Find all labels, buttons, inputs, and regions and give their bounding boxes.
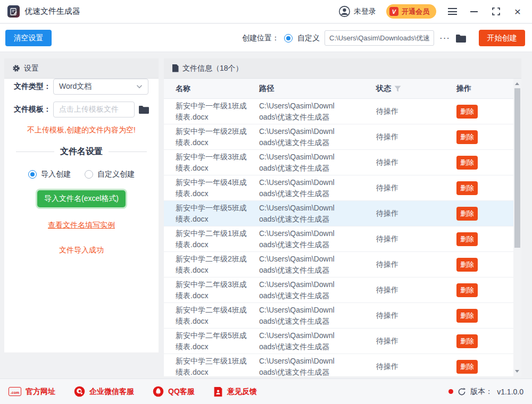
qq-service-link[interactable]: QQ客服: [153, 386, 195, 397]
file-type-value: Word文档: [59, 82, 92, 91]
maximize-button[interactable]: [490, 5, 502, 18]
feedback-link[interactable]: 意见反馈: [213, 386, 257, 397]
start-create-button[interactable]: 开始创建: [479, 30, 525, 46]
filename-example-link[interactable]: 查看文件名填写实例: [4, 221, 159, 230]
template-upload-input[interactable]: 点击上传模板文件: [53, 102, 135, 117]
delete-button[interactable]: 删除: [456, 232, 478, 246]
table-row[interactable]: 新安中学二年级1班成绩表.docx C:\Users\Qasim\Downloa…: [164, 226, 521, 252]
qq-service-label: QQ客服: [168, 387, 195, 397]
account-area[interactable]: 未登录: [339, 6, 376, 17]
delete-button[interactable]: 删除: [456, 130, 478, 144]
table-row[interactable]: 新安中学一年级5班成绩表.docx C:\Users\Qasim\Downloa…: [164, 201, 521, 226]
file-name: 新安中学二年级4班成绩表.docx: [176, 305, 253, 327]
file-name: 新安中学二年级2班成绩表.docx: [176, 254, 253, 276]
close-button[interactable]: ×: [512, 5, 523, 18]
output-path-input[interactable]: [325, 30, 434, 46]
filter-funnel-icon[interactable]: [394, 86, 401, 92]
filename-section-title: 文件名设置: [16, 146, 147, 157]
delete-button[interactable]: 删除: [456, 105, 478, 119]
file-status: 待操作: [376, 132, 456, 142]
footer: .com 官方网址 企业微信客服 QQ客服 意见反馈: [0, 378, 532, 404]
file-path: C:\Users\Qasim\Downloads\优速文件生成器: [259, 203, 338, 225]
status-dot: [448, 389, 453, 394]
official-website-link[interactable]: .com 官方网址: [9, 387, 55, 397]
vip-button-label: 开通会员: [402, 7, 429, 16]
file-path: C:\Users\Qasim\Downloads\优速文件生成器: [259, 152, 338, 174]
table-row[interactable]: 新安中学一年级2班成绩表.docx C:\Users\Qasim\Downloa…: [164, 124, 521, 150]
table-row[interactable]: 新安中学一年级4班成绩表.docx C:\Users\Qasim\Downloa…: [164, 175, 521, 201]
browse-more-button[interactable]: ···: [439, 33, 451, 44]
gear-icon: [12, 64, 20, 72]
wechat-service-link[interactable]: 企业微信客服: [74, 386, 134, 397]
create-location-label: 创建位置：: [242, 33, 279, 43]
file-name: 新安中学一年级5班成绩表.docx: [176, 203, 253, 225]
table-row[interactable]: 新安中学二年级2班成绩表.docx C:\Users\Qasim\Downloa…: [164, 252, 521, 277]
settings-panel-header: 设置: [4, 58, 159, 79]
delete-button[interactable]: 删除: [456, 258, 478, 272]
import-filenames-button[interactable]: 导入文件名(excel格式): [37, 190, 126, 207]
file-status: 待操作: [376, 183, 456, 193]
settings-panel-title: 设置: [24, 64, 39, 73]
folder-icon: [138, 105, 149, 114]
vertical-scrollbar[interactable]: [513, 79, 521, 376]
settings-panel: 设置 文件类型： Word文档 文件模板： 点击上传模板文件 不上传模板,创建的…: [4, 58, 159, 352]
file-type-label: 文件类型：: [14, 82, 53, 91]
qq-icon: [153, 386, 164, 397]
file-status: 待操作: [376, 362, 456, 372]
template-browse-button[interactable]: [138, 105, 149, 114]
import-create-radio[interactable]: [28, 170, 37, 179]
template-warning-text: 不上传模板,创建的文件内容为空!: [4, 125, 159, 135]
delete-button[interactable]: 删除: [456, 207, 478, 221]
file-name: 新安中学二年级3班成绩表.docx: [176, 279, 253, 301]
delete-button[interactable]: 删除: [456, 156, 478, 170]
file-path: C:\Users\Qasim\Downloads\优速文件生成器: [259, 100, 338, 123]
table-row[interactable]: 新安中学二年级3班成绩表.docx C:\Users\Qasim\Downloa…: [164, 277, 521, 303]
delete-button[interactable]: 删除: [456, 309, 478, 323]
custom-create-radio[interactable]: [85, 170, 93, 179]
file-path: C:\Users\Qasim\Downloads\优速文件生成器: [259, 228, 338, 250]
custom-location-label: 自定义: [297, 33, 320, 43]
vip-upgrade-button[interactable]: V 开通会员: [386, 4, 436, 19]
file-status: 待操作: [376, 260, 456, 270]
table-row[interactable]: 新安中学二年级5班成绩表.docx C:\Users\Qasim\Downloa…: [164, 329, 521, 354]
minimize-icon: [470, 11, 478, 12]
folder-icon: [455, 33, 467, 43]
scrollbar-thumb[interactable]: [514, 88, 520, 248]
wechat-service-label: 企业微信客服: [89, 387, 134, 397]
open-folder-button[interactable]: [455, 33, 467, 43]
file-status: 待操作: [376, 234, 456, 244]
delete-button[interactable]: 删除: [456, 181, 478, 195]
version-value: v1.1.0.0: [497, 388, 523, 396]
clear-settings-button[interactable]: 清空设置: [5, 30, 52, 46]
user-avatar-icon: [339, 6, 350, 17]
file-status: 待操作: [376, 107, 456, 116]
file-type-select[interactable]: Word文档: [53, 79, 148, 95]
table-row[interactable]: 新安中学三年级1班成绩表.docx C:\Users\Qasim\Downloa…: [164, 354, 521, 376]
file-name: 新安中学一年级4班成绩表.docx: [176, 177, 253, 199]
file-path: C:\Users\Qasim\Downloads\优速文件生成器: [259, 254, 338, 276]
file-template-label: 文件模板：: [14, 105, 53, 114]
feedback-label: 意见反馈: [227, 387, 257, 397]
refresh-icon[interactable]: [458, 388, 466, 396]
table-row[interactable]: 新安中学一年级1班成绩表.docx C:\Users\Qasim\Downloa…: [164, 99, 521, 124]
table-row[interactable]: 新安中学一年级3班成绩表.docx C:\Users\Qasim\Downloa…: [164, 150, 521, 175]
wechat-service-icon: [74, 386, 85, 397]
delete-button[interactable]: 删除: [456, 283, 478, 297]
minimize-button[interactable]: [468, 5, 480, 18]
table-row[interactable]: 新安中学二年级4班成绩表.docx C:\Users\Qasim\Downloa…: [164, 303, 521, 329]
version-label: 版本：: [470, 387, 493, 397]
file-path: C:\Users\Qasim\Downloads\优速文件生成器: [259, 126, 338, 148]
file-path: C:\Users\Qasim\Downloads\优速文件生成器: [259, 305, 338, 327]
login-status: 未登录: [354, 7, 376, 16]
custom-location-radio[interactable]: [284, 34, 293, 43]
scroll-up-arrow-icon[interactable]: [515, 82, 519, 85]
table-header: 名称 路径 状态 操作: [164, 79, 521, 99]
column-action: 操作: [456, 84, 521, 94]
menu-button[interactable]: [446, 5, 458, 18]
scroll-down-arrow-icon[interactable]: [515, 370, 519, 373]
delete-button[interactable]: 删除: [456, 334, 478, 348]
delete-button[interactable]: 删除: [456, 360, 478, 374]
custom-create-label: 自定义创建: [97, 170, 135, 179]
close-icon: ×: [514, 6, 521, 17]
toolbar: 清空设置 创建位置： 自定义 ··· 开始创建: [0, 24, 532, 52]
